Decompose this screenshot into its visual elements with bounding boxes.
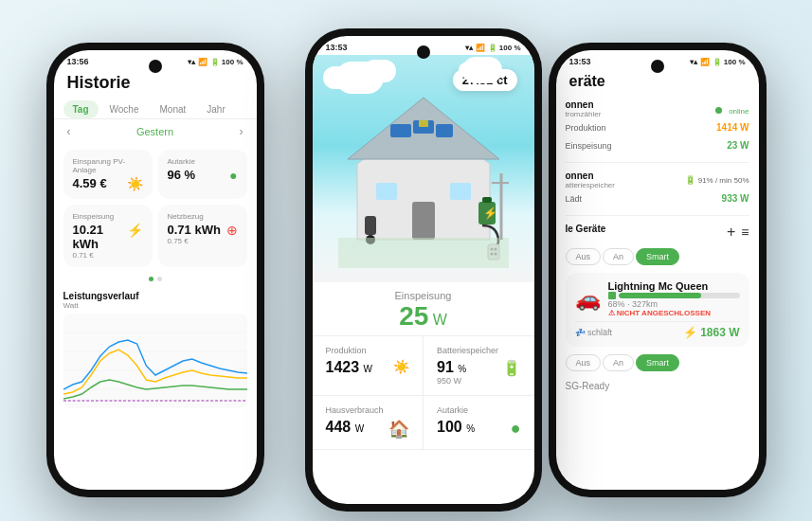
page-dots xyxy=(54,273,257,285)
card-autarkie-value: 100 xyxy=(437,419,462,435)
left-status-icons: ▾▴ 📶 🔋 100 % xyxy=(188,58,244,66)
section2-sub: atteriespeicher xyxy=(566,181,615,189)
divider-1 xyxy=(566,162,749,163)
tab-smart[interactable]: Smart xyxy=(636,248,679,265)
list-view-icon[interactable]: ≡ xyxy=(741,225,749,240)
add-device-icon[interactable]: + xyxy=(727,224,735,241)
battery-bar xyxy=(608,292,740,299)
tab-monat[interactable]: Monat xyxy=(151,100,196,118)
bottom-tabs-row: Aus An Smart xyxy=(556,350,759,375)
dev-produktion-label: Produktion xyxy=(566,123,606,133)
svg-rect-12 xyxy=(450,183,471,200)
svg-text:⚡: ⚡ xyxy=(483,206,497,220)
dev-laedt-label: Lädt xyxy=(566,194,583,204)
section1-status: online xyxy=(729,107,749,116)
einspeisung-icon: ⚡ xyxy=(127,223,143,238)
right-phone: 13:53 ▾▴ 📶 🔋 100 % eräte onnen tromzähle… xyxy=(549,43,767,497)
device-row-einspeisung: Einspeisung 23 W xyxy=(566,136,749,154)
dev-laedt-value: 933 W xyxy=(722,193,749,204)
card-hausverbrauch-unit: W xyxy=(355,423,364,434)
car-icon: 🚗 xyxy=(575,287,601,312)
dev-einspeisung-value: 23 W xyxy=(727,140,749,151)
right-screen: 13:53 ▾▴ 📶 🔋 100 % eräte onnen tromzähle… xyxy=(556,50,759,490)
svg-rect-9 xyxy=(419,120,428,127)
chart-section: Leistungsverlauf Watt xyxy=(54,285,257,414)
section2-title: onnen xyxy=(566,171,615,181)
section2-header: onnen atteriespeicher 🔋 91% / min 50% xyxy=(566,171,749,189)
battery-track xyxy=(619,293,740,298)
autarkie-icon: ● xyxy=(229,168,237,183)
card-autarkie-label: Autarkie xyxy=(437,405,521,415)
right-header: eräte xyxy=(556,69,759,96)
battery-indicator xyxy=(608,292,616,299)
section1-status-group: online xyxy=(715,100,749,117)
car-card-top: 🚗 Lightning Mc Queen 68% · 327km ⚠ xyxy=(575,280,740,317)
card-batterie: Batteriespeicher 🔋 91 % 950 W xyxy=(424,336,534,395)
svg-rect-8 xyxy=(436,124,453,137)
center-grid: Produktion ☀️ 1423 W Batteriespeicher 🔋 … xyxy=(313,336,534,450)
right-title: eräte xyxy=(569,73,605,89)
tab-tag[interactable]: Tag xyxy=(63,100,99,118)
nav-label: Gestern xyxy=(136,126,173,137)
sg-ready-label: SG-Ready xyxy=(556,375,759,397)
card-produktion-value: 1423 xyxy=(326,359,360,375)
car-power: ⚡ 1863 W xyxy=(683,326,740,339)
section1-sub: tromzähler xyxy=(566,110,602,118)
left-notch xyxy=(149,60,162,73)
battery-fill xyxy=(619,293,701,298)
einspeisung-value: 25 xyxy=(399,301,428,331)
tab-an-bottom[interactable]: An xyxy=(603,354,634,371)
left-tab-row: Tag Woche Monat Jahr xyxy=(54,100,257,119)
cloud-left2 xyxy=(360,64,384,78)
stat-einspeisung-sub: 0.71 € xyxy=(73,251,143,260)
tab-aus[interactable]: Aus xyxy=(566,248,602,265)
stat-einspeisung: Einspeisung ⚡ 10.21 kWh 0.71 € xyxy=(63,205,153,267)
car-lightning-icon: ⚡ xyxy=(683,326,697,339)
nav-prev[interactable]: ‹ xyxy=(67,125,71,138)
smart-devices-title: le Geräte xyxy=(566,224,606,234)
sun-icon: ☀️ xyxy=(127,176,143,191)
section-stromzaehler: onnen tromzähler online Produktion 1414 … xyxy=(556,96,759,158)
section-batterie: onnen atteriespeicher 🔋 91% / min 50% Lä… xyxy=(556,167,759,211)
card-batterie-label: Batteriespeicher xyxy=(437,346,521,355)
house-svg: ⚡ xyxy=(338,79,509,268)
card-produktion: Produktion ☀️ 1423 W xyxy=(313,336,424,395)
dev-einspeisung-label: Einspeisung xyxy=(566,141,612,151)
warning-icon: ⚠ xyxy=(608,309,615,317)
device-row-laedt: Lädt 933 W xyxy=(566,189,749,207)
center-status-icons: ▾▴ 📶 🔋 100 % xyxy=(465,44,521,52)
nav-next[interactable]: › xyxy=(239,125,243,138)
left-phone: 13:56 ▾▴ 📶 🔋 100 % Historie Tag Woche Mo… xyxy=(46,43,264,497)
svg-rect-23 xyxy=(338,238,509,268)
tab-aus-bottom[interactable]: Aus xyxy=(566,354,602,371)
stat-einsparung-label: Einsparung PV-Anlage xyxy=(73,157,143,174)
einspeisung-value-row: 25 W xyxy=(313,301,534,332)
einspeisung-unit: W xyxy=(433,312,447,328)
stat-autarkie-label: Autarkie xyxy=(168,157,238,166)
tab-an[interactable]: An xyxy=(603,248,634,265)
stat-autarkie-value: 96 % xyxy=(168,168,238,182)
card-hausverbrauch-label: Hausverbrauch xyxy=(326,405,410,415)
tab-jahr[interactable]: Jahr xyxy=(197,100,234,118)
svg-rect-11 xyxy=(376,183,397,200)
stat-netzbezug-label: Netzbezug xyxy=(168,212,238,221)
hero-area: 27.31 ct xyxy=(313,55,534,282)
car-info: Lightning Mc Queen 68% · 327km ⚠ NICHT A… xyxy=(608,280,740,317)
card-produktion-label: Produktion xyxy=(326,346,410,355)
card-batterie-sub: 950 W xyxy=(437,376,521,386)
car-status-text: NICHT ANGESCHLOSSEN xyxy=(617,309,711,317)
card-hausverbrauch-value: 448 xyxy=(326,419,352,435)
center-notch xyxy=(417,45,430,59)
left-title: Historie xyxy=(67,73,131,92)
center-phone: 13:53 ▾▴ 📶 🔋 100 % 27.31 ct xyxy=(305,28,542,512)
battery-small-icon: 🔋 xyxy=(685,175,695,185)
car-range: 68% · 327km xyxy=(608,299,740,309)
card-autarkie: Autarkie ● 100 % xyxy=(424,396,534,449)
device-row-produktion: Produktion 1414 W xyxy=(566,118,749,136)
section1-header: onnen tromzähler online xyxy=(566,99,749,118)
netzbezug-icon: ⊕ xyxy=(226,223,238,238)
tab-smart-bottom[interactable]: Smart xyxy=(636,354,679,371)
tab-woche[interactable]: Woche xyxy=(100,100,149,118)
car-name: Lightning Mc Queen xyxy=(608,280,740,292)
produktion-icon: ☀️ xyxy=(393,359,409,374)
